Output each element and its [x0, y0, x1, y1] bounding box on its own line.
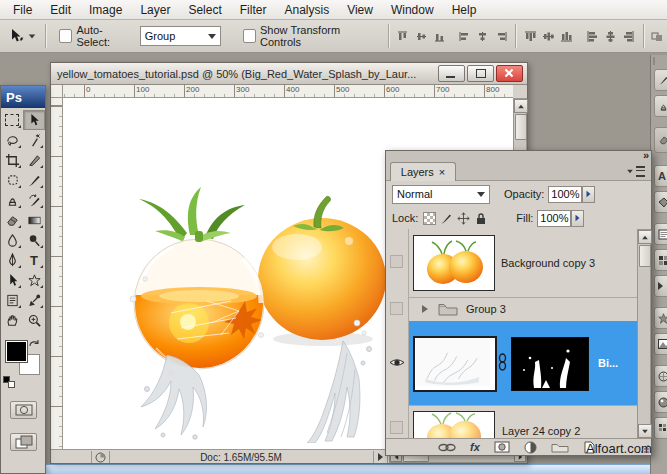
- dock-channels-panel-button[interactable]: [654, 249, 667, 271]
- vertical-scroll-thumb[interactable]: [515, 114, 527, 140]
- menu-layer[interactable]: Layer: [131, 1, 179, 19]
- zoom-tool[interactable]: [23, 310, 45, 330]
- dock-clone-source-panel-button[interactable]: [654, 95, 667, 117]
- dock-character-panel-button[interactable]: A: [654, 165, 667, 187]
- zoom-level-field[interactable]: [51, 451, 92, 463]
- layer-thumbnail[interactable]: [413, 411, 495, 439]
- layers-scroll-down-button[interactable]: [638, 424, 652, 438]
- auto-select-checkbox[interactable]: [59, 29, 72, 43]
- blur-tool[interactable]: [1, 230, 23, 250]
- dock-styles-panel-button[interactable]: [654, 307, 667, 329]
- align-left-edges-icon[interactable]: [456, 27, 472, 45]
- dock-tool-presets-panel-button[interactable]: [654, 191, 667, 213]
- menu-window[interactable]: Window: [382, 1, 443, 19]
- distribute-vertical-centers-icon[interactable]: [541, 27, 557, 45]
- menu-select[interactable]: Select: [179, 1, 230, 19]
- distribute-bottom-edges-icon[interactable]: [559, 27, 575, 45]
- brush-tool[interactable]: [23, 170, 45, 190]
- new-group-button[interactable]: [551, 441, 569, 453]
- tab-close-icon[interactable]: ×: [439, 166, 445, 178]
- mask-link-icon[interactable]: [498, 353, 507, 371]
- layer-row-group-3[interactable]: Group 3: [386, 297, 637, 322]
- adjustment-layer-button[interactable]: [524, 441, 537, 454]
- add-layer-mask-button[interactable]: [494, 441, 510, 453]
- eraser-tool[interactable]: [1, 210, 23, 230]
- align-vertical-centers-icon[interactable]: [413, 27, 429, 45]
- group-expand-icon[interactable]: [422, 305, 428, 313]
- screen-mode-button[interactable]: [10, 433, 37, 451]
- doc-size-status[interactable]: Doc: 1.65M/95.5M: [109, 451, 374, 463]
- visibility-well[interactable]: [386, 405, 409, 439]
- toolbox-header[interactable]: Ps: [1, 86, 45, 108]
- menu-image[interactable]: Image: [80, 1, 131, 19]
- distribute-right-edges-icon[interactable]: [621, 27, 637, 45]
- layer-thumbnail[interactable]: [413, 235, 495, 291]
- align-horizontal-centers-icon[interactable]: [475, 27, 491, 45]
- collapse-to-icons-button[interactable]: »: [643, 149, 648, 161]
- show-transform-checkbox[interactable]: [243, 29, 256, 43]
- dock-brushes-panel-button[interactable]: [654, 69, 667, 91]
- foreground-color-swatch[interactable]: [6, 341, 27, 362]
- layer-row-selected[interactable]: Bi...: [386, 321, 637, 406]
- fill-slider-button[interactable]: [571, 210, 584, 227]
- clone-stamp-tool[interactable]: [1, 190, 23, 210]
- layers-scrollbar[interactable]: [637, 229, 651, 439]
- custom-shape-tool[interactable]: [23, 270, 45, 290]
- opacity-field[interactable]: 100%: [548, 186, 582, 203]
- align-right-edges-icon[interactable]: [493, 27, 509, 45]
- default-colors-icon[interactable]: [8, 381, 15, 388]
- move-tool[interactable]: [23, 110, 45, 130]
- distribute-horizontal-centers-icon[interactable]: [602, 27, 618, 45]
- link-layers-button[interactable]: [438, 443, 456, 452]
- panel-menu-button[interactable]: [626, 166, 645, 177]
- dock-swatches-panel-button[interactable]: [654, 417, 667, 439]
- move-tool-preset-button[interactable]: [4, 25, 40, 47]
- lock-pixels-icon[interactable]: [439, 211, 454, 226]
- visibility-well[interactable]: [386, 229, 409, 297]
- visibility-checkbox[interactable]: [390, 421, 403, 434]
- minimize-button[interactable]: [438, 65, 465, 82]
- dock-actions-panel-button[interactable]: [654, 275, 667, 297]
- distribute-left-edges-icon[interactable]: [584, 27, 600, 45]
- lock-transparency-icon[interactable]: [422, 211, 437, 226]
- layers-scroll-up-button[interactable]: [638, 230, 652, 244]
- layer-style-button[interactable]: fx: [470, 441, 480, 453]
- document-title-bar[interactable]: yellow_tomatoes_tutorial.psd @ 50% (Big_…: [51, 63, 527, 85]
- menu-view[interactable]: View: [338, 1, 382, 19]
- layer-row-layer-24-copy-2[interactable]: Layer 24 copy 2: [386, 405, 637, 439]
- slice-tool[interactable]: [23, 150, 45, 170]
- scroll-up-button[interactable]: [514, 99, 528, 113]
- quick-mask-button[interactable]: [10, 401, 37, 419]
- pen-tool[interactable]: [1, 250, 23, 270]
- swap-colors-icon[interactable]: [28, 338, 42, 350]
- lock-position-icon[interactable]: [456, 211, 471, 226]
- healing-brush-tool[interactable]: [1, 170, 23, 190]
- align-top-edges-icon[interactable]: [395, 27, 411, 45]
- marquee-tool[interactable]: [1, 110, 23, 130]
- gradient-tool[interactable]: [23, 210, 45, 230]
- dock-eraser-panel-button[interactable]: [654, 127, 667, 153]
- lasso-tool[interactable]: [1, 130, 23, 150]
- magic-wand-tool[interactable]: [23, 130, 45, 150]
- dock-color-panel-button[interactable]: [654, 391, 667, 413]
- blend-mode-dropdown[interactable]: Normal: [392, 185, 490, 204]
- auto-select-dropdown[interactable]: Group: [140, 26, 221, 46]
- maximize-button[interactable]: [467, 65, 494, 82]
- fill-field[interactable]: 100%: [537, 210, 571, 227]
- visibility-checkbox[interactable]: [390, 255, 403, 268]
- menu-edit[interactable]: Edit: [41, 1, 80, 19]
- type-tool[interactable]: T: [23, 250, 45, 270]
- distribute-top-edges-icon[interactable]: [522, 27, 538, 45]
- layers-tab[interactable]: Layers ×: [390, 162, 456, 181]
- layers-scroll-thumb[interactable]: [639, 245, 651, 267]
- auto-align-layers-icon[interactable]: [650, 27, 666, 45]
- lock-all-icon[interactable]: [473, 211, 488, 226]
- layer-mask-thumbnail[interactable]: [511, 337, 589, 391]
- align-bottom-edges-icon[interactable]: [431, 27, 447, 45]
- dock-info-panel-button[interactable]: [654, 365, 667, 387]
- dock-layer-comps-panel-button[interactable]: [654, 223, 667, 245]
- timing-icon[interactable]: [91, 451, 110, 463]
- history-brush-tool[interactable]: [23, 190, 45, 210]
- layer-thumbnail[interactable]: [413, 336, 497, 392]
- dock-navigator-panel-button[interactable]: [654, 333, 667, 355]
